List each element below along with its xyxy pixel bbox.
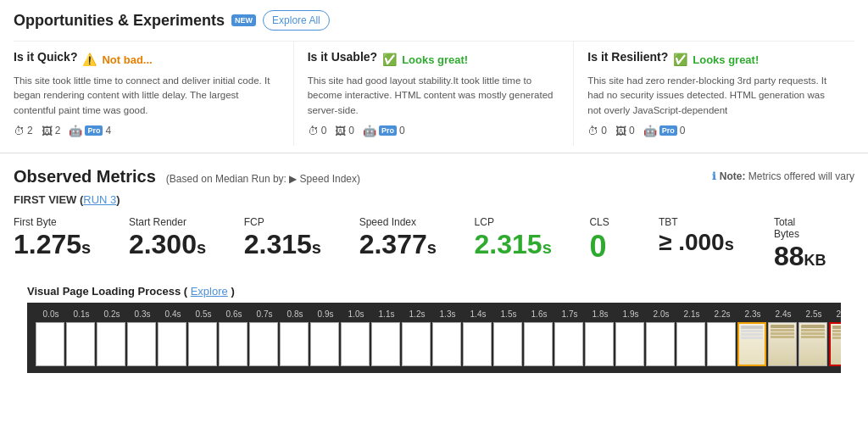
vpl-explore-link[interactable]: Explore: [191, 285, 228, 298]
new-badge: NEW: [231, 14, 256, 26]
filmstrip-frame[interactable]: [341, 322, 370, 366]
filmstrip-frame[interactable]: [249, 322, 278, 366]
metric-label: Speed Index: [359, 216, 468, 228]
count-item: ⏱ 2: [14, 125, 33, 137]
metric-cls: CLS 0: [589, 213, 659, 275]
metric-speed-index: Speed Index 2.377 s: [359, 213, 475, 275]
filmstrip-frame[interactable]: [646, 322, 675, 366]
category-usable-desc: This site had good layout stability.It t…: [308, 74, 560, 118]
filmstrip-time-label: 2.2s: [707, 309, 737, 319]
vpl-header: Visual Page Loading Process ( Explore ): [27, 285, 841, 298]
category-resilient: Is it Resilient? ✅ Looks great! This sit…: [574, 42, 854, 146]
category-resilient-desc: This site had zero render-blocking 3rd p…: [587, 74, 841, 118]
filmstrip-frame[interactable]: [585, 322, 614, 366]
metric-label: TBT: [659, 216, 767, 228]
filmstrip-time-label: 1.6s: [524, 309, 554, 319]
filmstrip-frame[interactable]: [127, 322, 156, 366]
filmstrip-frames: [32, 320, 836, 368]
category-usable-status: Looks great!: [402, 53, 468, 66]
filmstrip-frame[interactable]: [280, 322, 309, 366]
image-icon: 🖼: [615, 125, 626, 137]
robot-icon: 🤖: [643, 125, 657, 137]
filmstrip-time-label: 1.0s: [341, 309, 371, 319]
filmstrip-frame[interactable]: [432, 322, 461, 366]
filmstrip-frame[interactable]: [615, 322, 644, 366]
filmstrip-time-label: 0.7s: [249, 309, 280, 319]
count-item: 🤖 Pro 0: [643, 125, 686, 137]
filmstrip-frame[interactable]: [524, 322, 553, 366]
first-view-text: FIRST VIEW (: [14, 193, 83, 206]
filmstrip-time-label: 1.7s: [554, 309, 585, 319]
filmstrip-frame[interactable]: [219, 322, 248, 366]
metric-unit: s: [312, 238, 321, 258]
category-resilient-title: Is it Resilient?: [587, 50, 668, 64]
count-value: 2: [27, 125, 33, 136]
filmstrip-frame[interactable]: [768, 322, 797, 366]
robot-icon: 🤖: [69, 125, 82, 137]
filmstrip-time-label: 2.5s: [798, 309, 829, 319]
category-quick-counts: ⏱ 2 🖼 2 🤖 Pro 4: [14, 125, 280, 137]
top-section: Opportunities & Experiments NEW Explore …: [0, 0, 868, 153]
metric-unit: s: [542, 238, 552, 258]
metric-value: 0: [589, 230, 606, 264]
first-view-label: FIRST VIEW (RUN 3): [14, 193, 854, 206]
metric-total-bytes: TotalBytes 88 KB: [774, 213, 854, 275]
metric-label: CLS: [589, 216, 652, 228]
filmstrip-frame[interactable]: [676, 322, 705, 366]
filmstrip-time-label: 2.0s: [646, 309, 676, 319]
robot-icon: 🤖: [363, 125, 376, 137]
filmstrip-frame[interactable]: [707, 322, 736, 366]
metrics-title: Observed Metrics: [14, 167, 156, 187]
info-icon: ℹ: [712, 170, 716, 182]
filmstrip-frame[interactable]: [798, 322, 827, 366]
filmstrip-time-label: 0.9s: [310, 309, 341, 319]
page-wrapper: Opportunities & Experiments NEW Explore …: [0, 0, 868, 440]
category-resilient-counts: ⏱ 0 🖼 0 🤖 Pro 0: [587, 125, 841, 137]
filmstrip-time-label: 0.5s: [188, 309, 219, 319]
category-quick: Is it Quick? ⚠️ Not bad... This site too…: [14, 42, 294, 146]
category-quick-title: Is it Quick?: [14, 50, 77, 64]
filmstrip-frame[interactable]: [158, 322, 186, 366]
filmstrip-frame[interactable]: [463, 322, 492, 366]
count-value: 0: [348, 125, 354, 136]
count-item: 🤖 Pro 4: [69, 125, 111, 137]
warning-icon: ⚠️: [82, 53, 97, 66]
filmstrip-frame[interactable]: [493, 322, 522, 366]
filmstrip-frame[interactable]: [36, 322, 64, 366]
category-resilient-status: Looks great!: [693, 53, 759, 66]
metric-unit: s: [427, 238, 437, 258]
filmstrip-frame[interactable]: [402, 322, 431, 366]
run-3-link[interactable]: RUN 3: [83, 193, 116, 206]
filmstrip-time-label: 1.2s: [402, 309, 432, 319]
filmstrip-frame[interactable]: [97, 322, 125, 366]
metric-value: ≥ .000: [659, 230, 725, 256]
category-usable-counts: ⏱ 0 🖼 0 🤖 Pro 0: [308, 125, 560, 137]
image-icon: 🖼: [42, 125, 53, 137]
filmstrip-frame[interactable]: [66, 322, 95, 366]
count-item: 🤖 Pro 0: [363, 125, 405, 137]
count-value: 0: [601, 125, 607, 136]
metric-value: 2.315: [244, 230, 312, 259]
categories-row: Is it Quick? ⚠️ Not bad... This site too…: [14, 41, 854, 146]
metric-tbt: TBT ≥ .000 s: [659, 213, 774, 275]
filmstrip-time-label: 1.1s: [371, 309, 402, 319]
note-label: Note:: [720, 170, 746, 182]
metric-lcp: LCP 2.315 s: [475, 213, 590, 275]
vpl-title: Visual Page Loading Process: [27, 285, 181, 298]
metric-first-byte: First Byte 1.275 s: [14, 213, 129, 275]
metrics-header: Observed Metrics (Based on Median Run by…: [14, 167, 854, 187]
category-quick-desc: This site took little time to connect an…: [14, 74, 280, 118]
filmstrip-frame[interactable]: [554, 322, 583, 366]
filmstrip-frame[interactable]: [829, 322, 841, 366]
count-item: 🖼 2: [42, 125, 61, 137]
metric-value: 2.377: [359, 230, 427, 259]
filmstrip-frame[interactable]: [310, 322, 339, 366]
explore-all-button[interactable]: Explore All: [263, 10, 330, 31]
filmstrip-container: 0.0s0.1s0.2s0.3s0.4s0.5s0.6s0.7s0.8s0.9s…: [27, 303, 841, 373]
filmstrip-frame[interactable]: [371, 322, 400, 366]
metrics-note: ℹ Note: Metrics offered will vary: [712, 170, 854, 182]
filmstrip-frame[interactable]: [737, 322, 766, 366]
vpl-paren-close: ): [231, 285, 234, 298]
filmstrip-frame[interactable]: [188, 322, 217, 366]
count-value: 0: [321, 125, 327, 136]
